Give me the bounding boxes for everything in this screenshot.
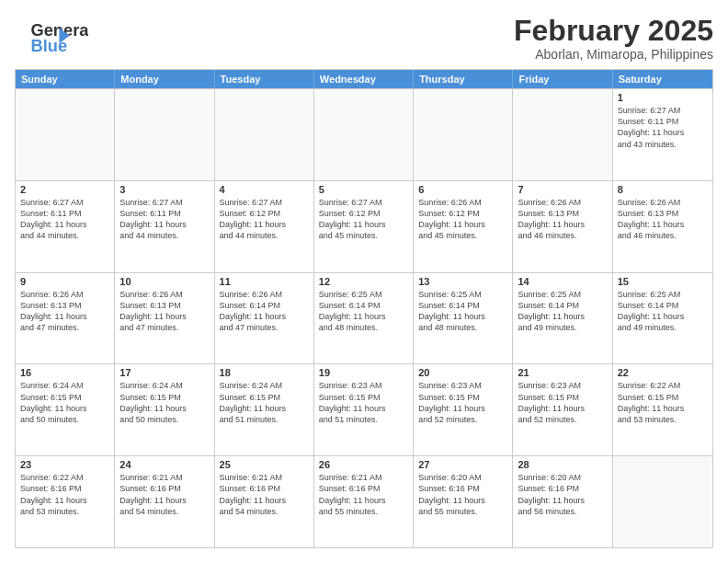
day-cell-13: 13Sunrise: 6:25 AM Sunset: 6:14 PM Dayli… xyxy=(414,273,513,364)
day-info: Sunrise: 6:25 AM Sunset: 6:14 PM Dayligh… xyxy=(319,289,408,334)
month-title: February 2025 xyxy=(514,15,713,47)
day-info: Sunrise: 6:23 AM Sunset: 6:15 PM Dayligh… xyxy=(418,380,507,425)
day-number: 14 xyxy=(518,276,607,287)
day-info: Sunrise: 6:26 AM Sunset: 6:13 PM Dayligh… xyxy=(518,197,607,242)
day-number: 16 xyxy=(20,367,109,378)
day-number: 17 xyxy=(119,367,209,378)
day-info: Sunrise: 6:20 AM Sunset: 6:16 PM Dayligh… xyxy=(518,472,607,517)
day-number: 11 xyxy=(220,276,309,287)
day-number: 3 xyxy=(119,184,209,195)
day-number: 4 xyxy=(220,184,309,195)
day-number: 6 xyxy=(418,184,507,195)
day-info: Sunrise: 6:24 AM Sunset: 6:15 PM Dayligh… xyxy=(20,380,109,425)
day-number: 21 xyxy=(518,367,607,378)
day-info: Sunrise: 6:27 AM Sunset: 6:11 PM Dayligh… xyxy=(618,105,708,150)
day-info: Sunrise: 6:26 AM Sunset: 6:14 PM Dayligh… xyxy=(220,289,309,334)
calendar-body: 1Sunrise: 6:27 AM Sunset: 6:11 PM Daylig… xyxy=(16,88,712,547)
calendar-row-1: 2Sunrise: 6:27 AM Sunset: 6:11 PM Daylig… xyxy=(16,180,712,272)
day-info: Sunrise: 6:26 AM Sunset: 6:13 PM Dayligh… xyxy=(20,289,109,334)
empty-cell xyxy=(115,89,214,180)
calendar-page: General Blue February 2025 Aborlan, Mima… xyxy=(0,0,728,563)
day-cell-8: 8Sunrise: 6:26 AM Sunset: 6:13 PM Daylig… xyxy=(613,181,712,272)
day-cell-28: 28Sunrise: 6:20 AM Sunset: 6:16 PM Dayli… xyxy=(513,456,612,547)
day-number: 9 xyxy=(20,276,109,287)
day-cell-23: 23Sunrise: 6:22 AM Sunset: 6:16 PM Dayli… xyxy=(16,456,115,547)
day-number: 27 xyxy=(418,459,507,470)
calendar-row-3: 16Sunrise: 6:24 AM Sunset: 6:15 PM Dayli… xyxy=(16,363,712,455)
day-number: 18 xyxy=(220,367,309,378)
day-number: 19 xyxy=(319,367,408,378)
day-cell-22: 22Sunrise: 6:22 AM Sunset: 6:15 PM Dayli… xyxy=(613,364,712,455)
day-info: Sunrise: 6:27 AM Sunset: 6:11 PM Dayligh… xyxy=(20,197,109,242)
logo-icon: General Blue xyxy=(15,17,88,59)
day-info: Sunrise: 6:23 AM Sunset: 6:15 PM Dayligh… xyxy=(518,380,607,425)
header-day-wednesday: Wednesday xyxy=(314,70,414,88)
day-info: Sunrise: 6:22 AM Sunset: 6:15 PM Dayligh… xyxy=(618,380,708,425)
day-info: Sunrise: 6:22 AM Sunset: 6:16 PM Dayligh… xyxy=(20,472,109,517)
day-cell-24: 24Sunrise: 6:21 AM Sunset: 6:16 PM Dayli… xyxy=(115,456,214,547)
day-cell-19: 19Sunrise: 6:23 AM Sunset: 6:15 PM Dayli… xyxy=(314,364,414,455)
header-day-thursday: Thursday xyxy=(414,70,513,88)
day-info: Sunrise: 6:25 AM Sunset: 6:14 PM Dayligh… xyxy=(618,289,708,334)
day-cell-17: 17Sunrise: 6:24 AM Sunset: 6:15 PM Dayli… xyxy=(115,364,214,455)
empty-cell xyxy=(314,89,414,180)
logo: General Blue xyxy=(15,15,88,61)
day-info: Sunrise: 6:21 AM Sunset: 6:16 PM Dayligh… xyxy=(319,472,408,517)
day-info: Sunrise: 6:25 AM Sunset: 6:14 PM Dayligh… xyxy=(518,289,607,334)
day-number: 10 xyxy=(119,276,209,287)
day-info: Sunrise: 6:21 AM Sunset: 6:16 PM Dayligh… xyxy=(220,472,309,517)
day-cell-26: 26Sunrise: 6:21 AM Sunset: 6:16 PM Dayli… xyxy=(314,456,414,547)
day-info: Sunrise: 6:23 AM Sunset: 6:15 PM Dayligh… xyxy=(319,380,408,425)
day-number: 24 xyxy=(119,459,209,470)
calendar: SundayMondayTuesdayWednesdayThursdayFrid… xyxy=(15,69,713,548)
empty-cell xyxy=(215,89,314,180)
day-info: Sunrise: 6:26 AM Sunset: 6:13 PM Dayligh… xyxy=(618,197,708,242)
day-cell-18: 18Sunrise: 6:24 AM Sunset: 6:15 PM Dayli… xyxy=(215,364,314,455)
day-cell-2: 2Sunrise: 6:27 AM Sunset: 6:11 PM Daylig… xyxy=(16,181,115,272)
day-cell-20: 20Sunrise: 6:23 AM Sunset: 6:15 PM Dayli… xyxy=(414,364,513,455)
day-info: Sunrise: 6:27 AM Sunset: 6:12 PM Dayligh… xyxy=(319,197,408,242)
header-day-friday: Friday xyxy=(513,70,612,88)
day-info: Sunrise: 6:24 AM Sunset: 6:15 PM Dayligh… xyxy=(220,380,309,425)
day-number: 26 xyxy=(319,459,408,470)
day-number: 15 xyxy=(618,276,708,287)
day-info: Sunrise: 6:20 AM Sunset: 6:16 PM Dayligh… xyxy=(418,472,507,517)
day-info: Sunrise: 6:27 AM Sunset: 6:12 PM Dayligh… xyxy=(220,197,309,242)
day-cell-12: 12Sunrise: 6:25 AM Sunset: 6:14 PM Dayli… xyxy=(314,273,414,364)
day-cell-1: 1Sunrise: 6:27 AM Sunset: 6:11 PM Daylig… xyxy=(613,89,712,180)
header-day-saturday: Saturday xyxy=(613,70,712,88)
day-number: 22 xyxy=(618,367,708,378)
day-number: 28 xyxy=(518,459,607,470)
day-cell-21: 21Sunrise: 6:23 AM Sunset: 6:15 PM Dayli… xyxy=(513,364,612,455)
day-cell-7: 7Sunrise: 6:26 AM Sunset: 6:13 PM Daylig… xyxy=(513,181,612,272)
day-number: 7 xyxy=(518,184,607,195)
calendar-row-2: 9Sunrise: 6:26 AM Sunset: 6:13 PM Daylig… xyxy=(16,272,712,364)
day-number: 5 xyxy=(319,184,408,195)
title-block: February 2025 Aborlan, Mimaropa, Philipp… xyxy=(514,15,713,62)
day-cell-11: 11Sunrise: 6:26 AM Sunset: 6:14 PM Dayli… xyxy=(215,273,314,364)
empty-cell xyxy=(16,89,115,180)
header-day-tuesday: Tuesday xyxy=(215,70,314,88)
day-cell-10: 10Sunrise: 6:26 AM Sunset: 6:13 PM Dayli… xyxy=(115,273,214,364)
header-day-monday: Monday xyxy=(115,70,214,88)
header: General Blue February 2025 Aborlan, Mima… xyxy=(15,15,713,62)
day-cell-16: 16Sunrise: 6:24 AM Sunset: 6:15 PM Dayli… xyxy=(16,364,115,455)
day-cell-4: 4Sunrise: 6:27 AM Sunset: 6:12 PM Daylig… xyxy=(215,181,314,272)
day-number: 25 xyxy=(220,459,309,470)
day-cell-3: 3Sunrise: 6:27 AM Sunset: 6:11 PM Daylig… xyxy=(115,181,214,272)
calendar-header: SundayMondayTuesdayWednesdayThursdayFrid… xyxy=(16,70,712,88)
day-info: Sunrise: 6:27 AM Sunset: 6:11 PM Dayligh… xyxy=(119,197,209,242)
empty-cell xyxy=(513,89,612,180)
calendar-row-0: 1Sunrise: 6:27 AM Sunset: 6:11 PM Daylig… xyxy=(16,88,712,180)
header-day-sunday: Sunday xyxy=(16,70,115,88)
day-number: 20 xyxy=(418,367,507,378)
empty-cell xyxy=(414,89,513,180)
day-info: Sunrise: 6:24 AM Sunset: 6:15 PM Dayligh… xyxy=(119,380,209,425)
calendar-row-4: 23Sunrise: 6:22 AM Sunset: 6:16 PM Dayli… xyxy=(16,455,712,547)
day-number: 12 xyxy=(319,276,408,287)
day-number: 2 xyxy=(20,184,109,195)
day-number: 1 xyxy=(618,92,708,103)
day-number: 23 xyxy=(20,459,109,470)
day-info: Sunrise: 6:21 AM Sunset: 6:16 PM Dayligh… xyxy=(119,472,209,517)
day-cell-25: 25Sunrise: 6:21 AM Sunset: 6:16 PM Dayli… xyxy=(215,456,314,547)
